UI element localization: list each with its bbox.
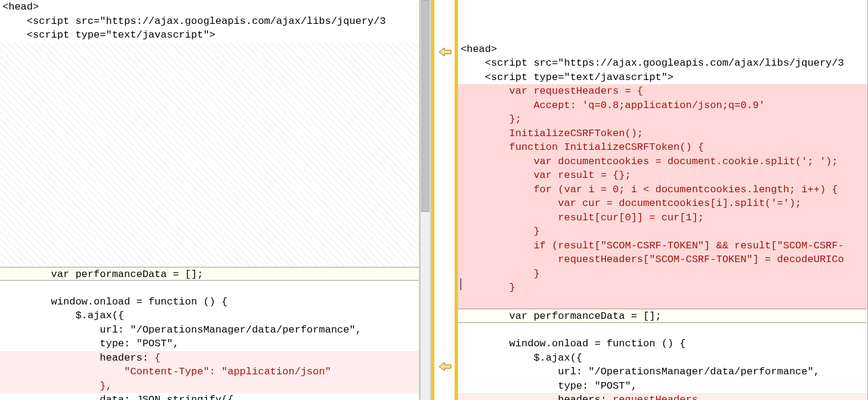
right-line[interactable]: Accept: 'q=0.8;application/json;q=0.9'	[458, 99, 867, 113]
left-line[interactable]: <script type="text/javascript">	[0, 28, 419, 42]
left-line[interactable]	[0, 155, 419, 169]
vertical-scrollbar[interactable]	[420, 0, 431, 400]
right-line[interactable]: var performanceData = [];	[458, 309, 867, 323]
left-line[interactable]	[0, 56, 419, 70]
right-line[interactable]: var cur = documentcookies[i].split('=');	[458, 196, 867, 211]
left-line[interactable]: data: JSON.stringify({	[0, 393, 419, 400]
right-line[interactable]: $.ajax({	[458, 351, 867, 365]
right-line[interactable]: }	[458, 224, 867, 239]
left-line[interactable]: <script src="https://ajax.googleapis.com…	[0, 14, 419, 29]
right-line[interactable]: var documentcookies = document.cookie.sp…	[458, 155, 867, 169]
right-line[interactable]: url: "/OperationsManager/data/performanc…	[458, 365, 867, 379]
left-line[interactable]: },	[0, 379, 419, 393]
left-line[interactable]: headers: {	[0, 351, 419, 365]
right-pane[interactable]: <head> <script src="https://ajax.googlea…	[458, 0, 868, 400]
right-line[interactable]	[458, 295, 867, 309]
left-line[interactable]	[0, 99, 419, 113]
left-line[interactable]	[0, 196, 419, 211]
gutter-edge-right	[455, 0, 458, 400]
gutter-edge-left	[431, 0, 434, 400]
right-line[interactable]: };	[458, 112, 867, 127]
left-line-segment: {	[155, 352, 160, 364]
left-line[interactable]: "Content-Type": "application/json"	[0, 365, 419, 379]
left-line[interactable]	[0, 127, 419, 141]
right-line[interactable]: requestHeaders["SCOM-CSRF-TOKEN"] = deco…	[458, 253, 867, 267]
right-line[interactable]: result[cur[0]] = cur[1];	[458, 211, 867, 225]
right-line[interactable]: for (var i = 0; i < documentcookies.leng…	[458, 183, 867, 197]
scrollbar-thumb[interactable]	[421, 0, 430, 212]
right-line[interactable]: <head>	[458, 42, 867, 57]
left-line[interactable]	[0, 224, 419, 239]
left-line[interactable]: type: "POST",	[0, 337, 419, 351]
right-line[interactable]: if (result["SCOM-CSRF-TOKEN"] && result[…	[458, 239, 867, 253]
right-line[interactable]: var result = {};	[458, 168, 867, 183]
right-line[interactable]: headers: requestHeaders,	[458, 393, 867, 400]
merge-arrow-left-icon[interactable]	[438, 47, 452, 57]
left-line[interactable]: <head>	[0, 0, 419, 14]
left-line[interactable]	[0, 281, 419, 295]
diff-gutter	[431, 0, 458, 400]
right-line[interactable]: }	[458, 267, 867, 281]
right-line[interactable]: <script src="https://ajax.googleapis.com…	[458, 56, 867, 70]
left-line[interactable]: url: "/OperationsManager/data/performanc…	[0, 323, 419, 337]
right-line[interactable]: }	[458, 281, 867, 295]
right-line[interactable]: type: "POST",	[458, 379, 867, 393]
right-line[interactable]: InitializeCSRFToken();	[458, 127, 867, 141]
left-line[interactable]	[0, 253, 419, 267]
left-line[interactable]	[0, 112, 419, 127]
right-code-area[interactable]: <head> <script src="https://ajax.googlea…	[458, 0, 867, 400]
left-line[interactable]	[0, 140, 419, 155]
left-line[interactable]	[0, 42, 419, 57]
left-line[interactable]	[0, 183, 419, 197]
left-line[interactable]	[0, 239, 419, 253]
left-line[interactable]	[0, 84, 419, 99]
text-caret	[461, 278, 461, 290]
left-code-area[interactable]: <head> <script src="https://ajax.googlea…	[0, 0, 419, 400]
diff-viewer: <head> <script src="https://ajax.googlea…	[0, 0, 868, 400]
left-line[interactable]: var performanceData = [];	[0, 267, 419, 281]
left-pane[interactable]: <head> <script src="https://ajax.googlea…	[0, 0, 420, 400]
right-line[interactable]: <script type="text/javascript">	[458, 70, 867, 85]
left-line[interactable]: $.ajax({	[0, 309, 419, 323]
left-line[interactable]: window.onload = function () {	[0, 295, 419, 309]
left-line-segment: headers:	[2, 352, 155, 364]
left-line[interactable]	[0, 70, 419, 85]
right-line-segment: requestHeaders,	[613, 394, 704, 400]
right-line[interactable]	[458, 323, 867, 337]
left-line[interactable]	[0, 211, 419, 225]
left-line[interactable]	[0, 168, 419, 183]
right-line[interactable]: function InitializeCSRFToken() {	[458, 140, 867, 155]
right-line-segment: headers:	[461, 394, 613, 400]
merge-arrow-left-icon[interactable]	[438, 361, 452, 372]
right-line[interactable]: var requestHeaders = {	[458, 84, 867, 99]
right-line[interactable]: window.onload = function () {	[458, 337, 867, 351]
